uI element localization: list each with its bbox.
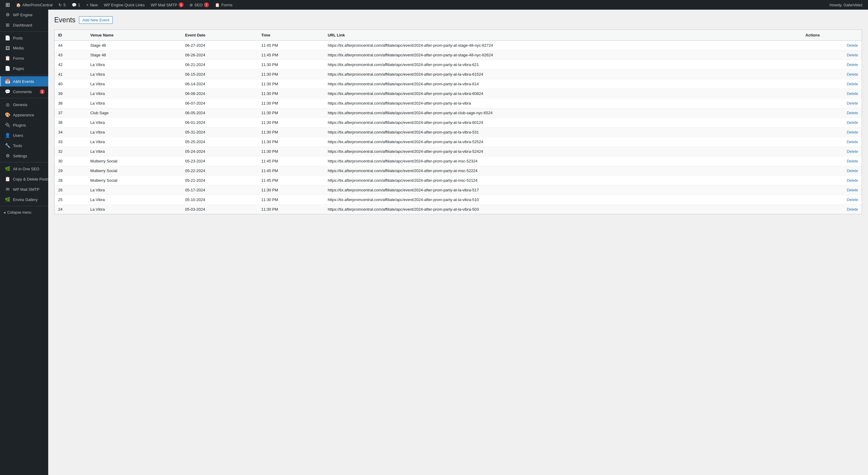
sidebar-label-settings: Settings <box>13 154 44 158</box>
cell-actions: Delete <box>802 195 862 204</box>
sidebar-item-comments[interactable]: 💬 Comments 1 <box>0 87 48 97</box>
forms-label: Forms <box>221 3 232 7</box>
cell-actions: Delete <box>802 89 862 98</box>
delete-button[interactable]: Delete <box>846 62 858 67</box>
cell-time: 11:30 PM <box>258 204 324 214</box>
adminbar-user[interactable]: Howdy, GabeVelez <box>827 0 866 10</box>
cell-actions: Delete <box>802 166 862 176</box>
site-icon: 🏠 <box>16 3 21 7</box>
table-row: 34 La Vibra 05-31-2024 11:30 PM https://… <box>55 127 862 137</box>
delete-button[interactable]: Delete <box>846 101 858 105</box>
cell-id: 26 <box>55 185 87 195</box>
sidebar-item-appearance[interactable]: 🎨 Appearance <box>0 110 48 120</box>
cell-venue: La Vibra <box>87 204 182 214</box>
delete-button[interactable]: Delete <box>846 43 858 48</box>
sidebar-item-tools[interactable]: 🔧 Tools <box>0 140 48 151</box>
table-row: 25 La Vibra 05-10-2024 11:30 PM https://… <box>55 195 862 204</box>
delete-button[interactable]: Delete <box>846 168 858 173</box>
cell-venue: Mulberry Social <box>87 156 182 166</box>
cell-id: 38 <box>55 98 87 108</box>
collapse-menu-button[interactable]: ◂ Collapse menu <box>0 208 48 218</box>
cell-url: https://tix.afterpromcentral.com/affilia… <box>324 69 802 79</box>
delete-button[interactable]: Delete <box>846 72 858 76</box>
table-body: 44 Stage 48 06-27-2024 11:45 PM https://… <box>55 40 862 214</box>
cell-actions: Delete <box>802 156 862 166</box>
adminbar-seo[interactable]: ⊛ SEO ! <box>187 0 212 10</box>
delete-button[interactable]: Delete <box>846 82 858 86</box>
cell-id: 24 <box>55 204 87 214</box>
cell-actions: Delete <box>802 79 862 89</box>
delete-button[interactable]: Delete <box>846 91 858 96</box>
delete-button[interactable]: Delete <box>846 130 858 134</box>
cell-url: https://tix.afterpromcentral.com/affilia… <box>324 98 802 108</box>
adminbar-mail-smtp[interactable]: WP Mail SMTP 1 <box>148 0 187 10</box>
cell-actions: Delete <box>802 60 862 69</box>
sidebar-item-media[interactable]: 🖼 Media <box>0 43 48 53</box>
cell-time: 11:45 PM <box>258 156 324 166</box>
plus-icon: + <box>86 3 89 7</box>
sidebar-label-appearance: Appearance <box>13 113 44 117</box>
col-header-venue: Venue Name <box>87 30 182 41</box>
sidebar-item-dashboard[interactable]: ⊞ Dashboard <box>0 20 48 30</box>
adminbar-new[interactable]: + New <box>83 0 101 10</box>
sidebar-item-wp-mail-smtp[interactable]: ✉ WP Mail SMTP <box>0 184 48 194</box>
cell-id: 44 <box>55 40 87 50</box>
wp-icon: ⊞ <box>5 1 10 8</box>
adminbar-forms[interactable]: 📋 Forms <box>212 0 236 10</box>
cell-date: 05-17-2024 <box>181 185 258 195</box>
sidebar-item-plugins[interactable]: 🔌 Plugins <box>0 120 48 130</box>
sidebar-item-an-events[interactable]: 📅 A&N Events <box>0 76 48 87</box>
cell-url: https://tix.afterpromcentral.com/affilia… <box>324 185 802 195</box>
sidebar-item-wp-engine[interactable]: ⚙ WP Engine <box>0 10 48 20</box>
sidebar-item-settings[interactable]: ⚙ Settings <box>0 151 48 161</box>
col-header-date: Event Date <box>181 30 258 41</box>
delete-button[interactable]: Delete <box>846 110 858 115</box>
cell-time: 11:30 PM <box>258 108 324 118</box>
adminbar-wp-engine[interactable]: WP Engine Quick Links <box>101 0 148 10</box>
delete-button[interactable]: Delete <box>846 197 858 202</box>
cell-date: 06-21-2024 <box>181 60 258 69</box>
sidebar-label-media: Media <box>13 46 44 50</box>
cell-url: https://tix.afterpromcentral.com/affilia… <box>324 147 802 156</box>
media-icon: 🖼 <box>4 45 10 51</box>
adminbar-site-name[interactable]: 🏠 AfterPromCentral <box>13 0 56 10</box>
table-row: 30 Mulberry Social 05-23-2024 11:45 PM h… <box>55 156 862 166</box>
sidebar-item-genesis[interactable]: ◎ Genesis <box>0 99 48 110</box>
cell-date: 06-14-2024 <box>181 79 258 89</box>
delete-button[interactable]: Delete <box>846 188 858 192</box>
delete-button[interactable]: Delete <box>846 159 858 163</box>
delete-button[interactable]: Delete <box>846 53 858 57</box>
adminbar-comments[interactable]: 💬 1 <box>69 0 83 10</box>
add-new-event-button[interactable]: Add New Event <box>79 16 113 24</box>
cell-time: 11:30 PM <box>258 69 324 79</box>
table-row: 26 La Vibra 05-17-2024 11:30 PM https://… <box>55 185 862 195</box>
delete-button[interactable]: Delete <box>846 139 858 144</box>
delete-button[interactable]: Delete <box>846 120 858 125</box>
updates-icon: ↻ <box>59 3 62 7</box>
cell-id: 43 <box>55 50 87 60</box>
delete-button[interactable]: Delete <box>846 178 858 183</box>
sidebar-label-wp-mail-smtp: WP Mail SMTP <box>13 187 44 192</box>
sidebar-item-posts[interactable]: 📄 Posts <box>0 33 48 43</box>
delete-button[interactable]: Delete <box>846 149 858 154</box>
sidebar-label-an-events: A&N Events <box>13 79 44 84</box>
sidebar-item-envira-gallery[interactable]: 🌿 Envira Gallery <box>0 194 48 204</box>
sidebar-item-pages[interactable]: 📄 Pages <box>0 63 48 73</box>
cell-venue: La Vibra <box>87 89 182 98</box>
wp-logo[interactable]: ⊞ <box>2 0 13 10</box>
settings-icon: ⚙ <box>4 153 10 159</box>
sidebar-item-all-in-one-seo[interactable]: 🌿 All in One SEO <box>0 164 48 174</box>
col-header-id: ID <box>55 30 87 41</box>
wp-engine-icon: ⚙ <box>4 12 10 18</box>
delete-button[interactable]: Delete <box>846 207 858 212</box>
sidebar-item-users[interactable]: 👤 Users <box>0 130 48 140</box>
sidebar-item-copy-delete-posts[interactable]: 📋 Copy & Delete Posts <box>0 174 48 184</box>
sidebar-item-forms[interactable]: 📋 Forms <box>0 53 48 63</box>
adminbar-updates[interactable]: ↻ 5 <box>56 0 68 10</box>
an-events-icon: 📅 <box>4 79 10 84</box>
sidebar-label-envira-gallery: Envira Gallery <box>13 197 44 202</box>
cell-time: 11:30 PM <box>258 195 324 204</box>
table-row: 33 La Vibra 05-25-2024 11:30 PM https://… <box>55 137 862 147</box>
cell-actions: Delete <box>802 185 862 195</box>
admin-bar: ⊞ 🏠 AfterPromCentral ↻ 5 💬 1 + New WP En… <box>0 0 868 10</box>
